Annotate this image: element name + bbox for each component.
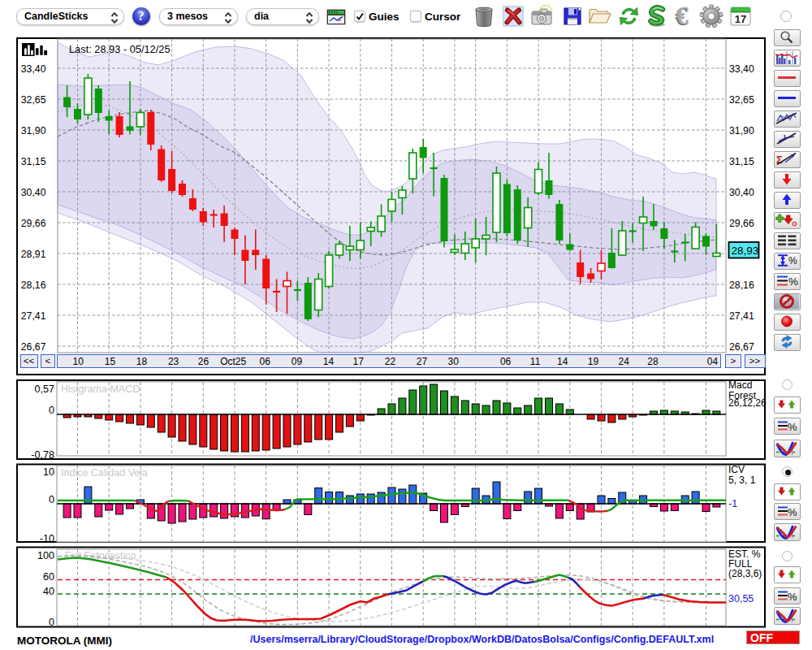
svg-text:28,16: 28,16 — [21, 280, 46, 291]
svg-text:€: € — [676, 6, 689, 27]
svg-text:32,65: 32,65 — [729, 94, 754, 106]
svg-text:17: 17 — [735, 13, 746, 25]
svg-text:0,57: 0,57 — [34, 384, 54, 395]
svg-text:33,40: 33,40 — [729, 63, 754, 75]
svg-text:0: 0 — [49, 494, 54, 505]
svg-text:5, 3, 1: 5, 3, 1 — [728, 474, 756, 486]
svg-text:28,91: 28,91 — [21, 249, 46, 260]
svg-text:28,93: 28,93 — [732, 245, 759, 257]
svg-text:%: % — [788, 275, 798, 288]
svg-text:Last: 28.93 - 05/12/25: Last: 28.93 - 05/12/25 — [69, 43, 171, 55]
svg-text:28,16: 28,16 — [729, 280, 754, 291]
svg-text:%: % — [788, 255, 797, 266]
svg-text:26,67: 26,67 — [729, 341, 754, 353]
svg-text:%: % — [788, 590, 797, 602]
svg-text:26,12,26: 26,12,26 — [728, 397, 767, 409]
svg-text:(28,3,6): (28,3,6) — [728, 568, 762, 579]
svg-text:31,15: 31,15 — [21, 156, 46, 167]
svg-text:31,90: 31,90 — [21, 125, 46, 136]
svg-text:10: 10 — [43, 466, 54, 478]
svg-text:-1: -1 — [728, 498, 737, 509]
svg-text:-0,78: -0,78 — [31, 449, 54, 461]
svg-text:29,66: 29,66 — [21, 218, 46, 229]
svg-text:30,40: 30,40 — [21, 187, 46, 198]
svg-text:0: 0 — [49, 617, 54, 628]
svg-text:Indice Calidad Vela: Indice Calidad Vela — [61, 467, 148, 479]
svg-text:0: 0 — [49, 405, 54, 416]
svg-text:%: % — [788, 420, 797, 432]
svg-text:30,55: 30,55 — [728, 593, 754, 604]
svg-text:Histgrama MACD: Histgrama MACD — [61, 384, 140, 395]
svg-text:31,15: 31,15 — [729, 156, 754, 167]
svg-text:100: 100 — [37, 550, 54, 561]
svg-text:31,90: 31,90 — [729, 125, 754, 136]
svg-text:40: 40 — [43, 586, 54, 597]
svg-text:32,65: 32,65 — [21, 94, 46, 106]
svg-text:Full Estocastico: Full Estocastico — [65, 550, 136, 561]
svg-text:30,40: 30,40 — [729, 187, 754, 198]
svg-text:60: 60 — [43, 571, 54, 583]
svg-text:33,40: 33,40 — [21, 63, 46, 75]
svg-text:-10: -10 — [40, 533, 54, 544]
svg-text:26,67: 26,67 — [21, 341, 46, 353]
svg-text:27,41: 27,41 — [729, 310, 754, 322]
svg-text:%: % — [788, 506, 797, 518]
svg-text:27,41: 27,41 — [21, 310, 46, 322]
svg-text:29,66: 29,66 — [729, 218, 754, 229]
